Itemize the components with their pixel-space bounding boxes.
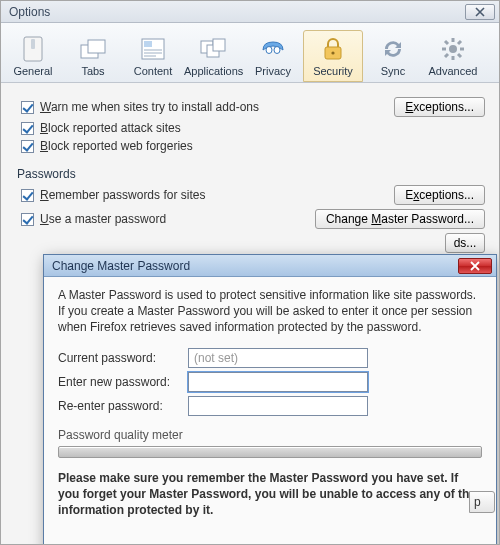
passwords-section-title: Passwords <box>17 167 485 181</box>
block-forgeries-row: Block reported web forgeries <box>15 139 485 153</box>
options-toolbar: General Tabs Content Applications Privac… <box>1 23 499 83</box>
block-attack-row: Block reported attack sites <box>15 121 485 135</box>
dialog-title: Change Master Password <box>52 259 190 273</box>
tab-advanced[interactable]: Advanced <box>423 30 483 82</box>
svg-rect-3 <box>88 40 105 53</box>
tab-label: Tabs <box>64 65 122 77</box>
window-titlebar: Options <box>1 1 499 23</box>
tab-applications[interactable]: Applications <box>183 30 243 82</box>
svg-point-13 <box>274 47 280 54</box>
change-master-password-dialog: Change Master Password A Master Password… <box>43 254 497 545</box>
svg-point-15 <box>331 51 334 54</box>
new-password-row: Enter new password: <box>58 372 482 392</box>
tab-label: Content <box>124 65 182 77</box>
svg-line-21 <box>445 41 448 44</box>
window-close-button[interactable] <box>465 4 495 20</box>
saved-passwords-button-partial[interactable]: ds... <box>445 233 485 253</box>
svg-point-16 <box>449 45 457 53</box>
svg-rect-1 <box>31 39 35 49</box>
dialog-warning: Please make sure you remember the Master… <box>58 470 482 519</box>
use-master-label: Use a master password <box>40 212 315 226</box>
help-button-partial[interactable]: p <box>469 491 495 513</box>
dialog-titlebar: Change Master Password <box>44 255 496 277</box>
applications-icon <box>197 35 229 63</box>
svg-line-22 <box>458 54 461 57</box>
new-password-input[interactable] <box>188 372 368 392</box>
general-icon <box>17 35 49 63</box>
warn-addons-row: Warn me when sites try to install add-on… <box>15 97 485 117</box>
use-master-checkbox[interactable] <box>21 213 34 226</box>
dialog-close-button[interactable] <box>458 258 492 274</box>
tabs-icon <box>77 35 109 63</box>
saved-passwords-row: ds... <box>15 233 485 253</box>
remember-passwords-label: Remember passwords for sites <box>40 188 394 202</box>
exceptions-passwords-button[interactable]: Exceptions... <box>394 185 485 205</box>
tab-sync[interactable]: Sync <box>363 30 423 82</box>
advanced-icon <box>437 35 469 63</box>
tab-label: Security <box>304 65 362 77</box>
tab-label: Sync <box>364 65 422 77</box>
tab-label: Advanced <box>424 65 482 77</box>
svg-rect-11 <box>213 39 225 51</box>
remember-passwords-row: Remember passwords for sites Exceptions.… <box>15 185 485 205</box>
reenter-password-label: Re-enter password: <box>58 399 188 413</box>
sync-icon <box>377 35 409 63</box>
svg-rect-5 <box>144 41 152 47</box>
svg-line-24 <box>458 41 461 44</box>
options-body: Warn me when sites try to install add-on… <box>1 83 499 267</box>
current-password-label: Current password: <box>58 351 188 365</box>
current-password-row: Current password: <box>58 348 482 368</box>
use-master-row: Use a master password Change Master Pass… <box>15 209 485 229</box>
tab-general[interactable]: General <box>3 30 63 82</box>
new-password-label: Enter new password: <box>58 375 188 389</box>
remember-passwords-checkbox[interactable] <box>21 189 34 202</box>
tab-security[interactable]: Security <box>303 30 363 82</box>
privacy-icon <box>257 35 289 63</box>
svg-line-23 <box>445 54 448 57</box>
tab-label: General <box>4 65 62 77</box>
close-icon <box>475 7 485 17</box>
quality-meter-label: Password quality meter <box>58 428 482 442</box>
change-master-button[interactable]: Change Master Password... <box>315 209 485 229</box>
quality-meter <box>58 446 482 458</box>
current-password-input[interactable] <box>188 348 368 368</box>
options-window: Options General Tabs Content <box>0 0 500 545</box>
tab-privacy[interactable]: Privacy <box>243 30 303 82</box>
dialog-description: A Master Password is used to protect sen… <box>58 287 482 336</box>
reenter-password-input[interactable] <box>188 396 368 416</box>
reenter-password-row: Re-enter password: <box>58 396 482 416</box>
tab-content[interactable]: Content <box>123 30 183 82</box>
svg-point-12 <box>266 47 272 54</box>
dialog-body: A Master Password is used to protect sen… <box>44 277 496 524</box>
warn-addons-label: Warn me when sites try to install add-on… <box>40 100 394 114</box>
tab-label: Privacy <box>244 65 302 77</box>
block-attack-label: Block reported attack sites <box>40 121 485 135</box>
close-icon <box>470 261 480 271</box>
security-icon <box>317 35 349 63</box>
tab-tabs[interactable]: Tabs <box>63 30 123 82</box>
block-forgeries-checkbox[interactable] <box>21 140 34 153</box>
block-attack-checkbox[interactable] <box>21 122 34 135</box>
exceptions-addons-button[interactable]: Exceptions... <box>394 97 485 117</box>
warn-addons-checkbox[interactable] <box>21 101 34 114</box>
content-icon <box>137 35 169 63</box>
block-forgeries-label: Block reported web forgeries <box>40 139 485 153</box>
window-title: Options <box>9 5 50 19</box>
tab-label: Applications <box>184 65 242 77</box>
